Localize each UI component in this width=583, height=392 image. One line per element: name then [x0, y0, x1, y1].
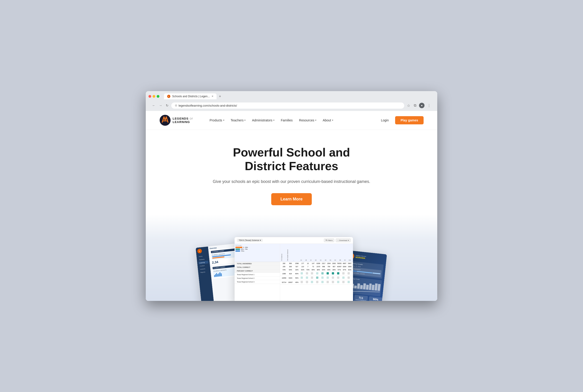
table-row-school1: Texas Regional School 1 — [235, 273, 280, 276]
table-row-school2: Texas Regional School 2 — [235, 276, 280, 280]
stat-words: 711 PERFORMANCE WORDS — [354, 295, 368, 301]
page-content: LEGENDS OF LEARNING Products ▾ Teachers … — [146, 111, 437, 301]
nav-products[interactable]: Products ▾ — [207, 116, 227, 124]
nav-actions: Login Play games — [377, 116, 424, 124]
browser-controls: L Schools and Districts | Legen... ✕ + — [148, 94, 435, 99]
profile-avatar[interactable]: ● — [419, 103, 425, 108]
col-header-total-answered: TOTAL ANSWERED — [235, 262, 280, 266]
address-bar[interactable]: ⊙ legendsoflearning.com/schools-and-dist… — [171, 102, 404, 109]
data-table-app: TEKS (Texas) Science ▾ ⧉ Filters ↓ Downl… — [235, 237, 353, 301]
bookmark-button[interactable]: ☆ — [406, 102, 411, 109]
lock-icon: ⊙ — [175, 104, 177, 107]
close-tab-button[interactable]: ✕ — [212, 95, 213, 98]
chevron-down-icon: ▾ — [332, 119, 333, 122]
close-window-button[interactable] — [148, 95, 151, 98]
chevron-down-icon: ▾ — [223, 119, 224, 122]
table-row-school3: Texas Regional School 3 — [235, 280, 280, 284]
url-text: legendsoflearning.com/schools-and-distri… — [178, 104, 237, 107]
nav-links: Products ▾ Teachers ▾ Administrators ▾ F… — [207, 116, 377, 124]
sidebar-item-reports: Reports — [199, 270, 209, 274]
nav-administrators[interactable]: Administrators ▾ — [249, 116, 277, 124]
nav-about[interactable]: About ▾ — [320, 116, 336, 124]
app-logo-small: L — [197, 248, 202, 254]
data-table-header: TEKS (Texas) Science ▾ ⧉ Filters ↓ Downl… — [235, 237, 353, 244]
col-header-percent-correct: PERCENT CORRECT — [235, 269, 280, 273]
site-logo[interactable]: LEGENDS OF LEARNING — [159, 114, 193, 126]
screenshot-center: TEKS (Texas) Science ▾ ⧉ Filters ↓ Downl… — [235, 237, 353, 301]
active-tab[interactable]: L Schools and Districts | Legen... ✕ — [164, 94, 217, 99]
extensions-button[interactable]: ⧉ — [413, 102, 417, 108]
stat-value: 2,34 — [212, 260, 218, 264]
back-button[interactable]: ← — [151, 103, 156, 108]
chevron-down-icon: ▾ — [315, 119, 316, 122]
learn-more-button[interactable]: Learn More — [271, 193, 312, 205]
play-games-button[interactable]: Play games — [395, 116, 424, 124]
main-navigation: LEGENDS OF LEARNING Products ▾ Teachers … — [146, 111, 437, 130]
minimize-window-button[interactable] — [153, 95, 155, 98]
nav-families[interactable]: Families — [278, 116, 295, 124]
subject-dropdown: TEKS (Texas) Science ▾ — [237, 239, 263, 242]
download-button: ↓ Download ▾ — [336, 238, 351, 242]
col-header-total-correct: TOTAL CORRECT — [235, 266, 280, 269]
hero-subtitle: Give your schools an epic boost with our… — [209, 178, 374, 185]
browser-actions: ☆ ⧉ ● ⋮ — [406, 102, 432, 109]
hero-title: Powerful School and District Features — [209, 146, 374, 173]
student-info: Matthew Morania MORANIA — [356, 255, 366, 260]
chevron-down-icon: ▾ — [244, 119, 245, 122]
address-bar-row: ← → ↻ ⊙ legendsoflearning.com/schools-an… — [148, 101, 435, 111]
logo-icon — [159, 114, 171, 126]
login-button[interactable]: Login — [377, 116, 392, 124]
filters-button: ⧉ Filters — [324, 238, 335, 242]
browser-window: L Schools and Districts | Legen... ✕ + ←… — [146, 91, 437, 301]
traffic-lights — [148, 95, 159, 98]
forward-button[interactable]: → — [158, 103, 163, 108]
chevron-down-icon: ▾ — [273, 119, 274, 122]
hero-section: Powerful School and District Features Gi… — [200, 130, 383, 214]
tab-title: Schools and Districts | Legen... — [172, 95, 210, 98]
logo-text: LEGENDS OF LEARNING — [173, 117, 193, 124]
browser-chrome: L Schools and Districts | Legen... ✕ + ←… — [146, 91, 437, 111]
screenshots-section: L Home Students Learning Content Lessons… — [146, 214, 437, 301]
nav-resources[interactable]: Resources ▾ — [296, 116, 319, 124]
reload-button[interactable]: ↻ — [165, 103, 169, 108]
screenshots-container: L Home Students Learning Content Lessons… — [155, 228, 428, 301]
tab-favicon: L — [167, 95, 170, 98]
tab-bar: L Schools and Districts | Legen... ✕ + — [164, 94, 223, 99]
maximize-window-button[interactable] — [157, 95, 159, 98]
chevron-down-icon: ▾ — [260, 239, 261, 242]
nav-teachers[interactable]: Teachers ▾ — [228, 116, 248, 124]
menu-button[interactable]: ⋮ — [426, 102, 432, 109]
new-tab-button[interactable]: + — [217, 94, 223, 99]
stat-performance: 90% PERFORMANCE — [368, 296, 383, 301]
stat-performance-value: 90% — [370, 297, 381, 301]
